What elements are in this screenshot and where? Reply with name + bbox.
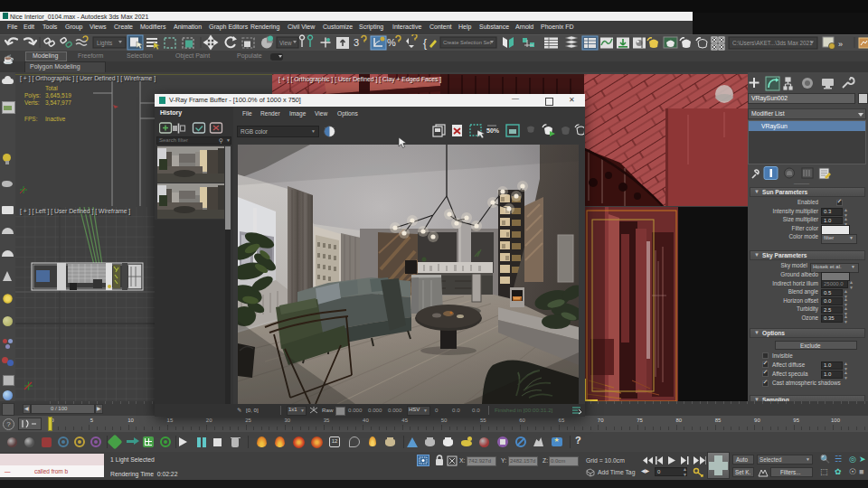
svg-text:C:\Users\AKET...\3ds Max 2021: C:\Users\AKET...\3ds Max 2021 [732,40,813,46]
svg-text:%: % [387,37,396,48]
svg-text:50%: 50% [486,127,500,134]
svg-text:»: » [838,40,843,49]
svg-text:3: 3 [354,37,359,48]
svg-text:{: { [423,37,427,50]
svg-text:Create Selection Set: Create Selection Set [443,40,492,45]
svg-text:View: View [279,40,292,46]
svg-text:Lights: Lights [97,40,113,47]
